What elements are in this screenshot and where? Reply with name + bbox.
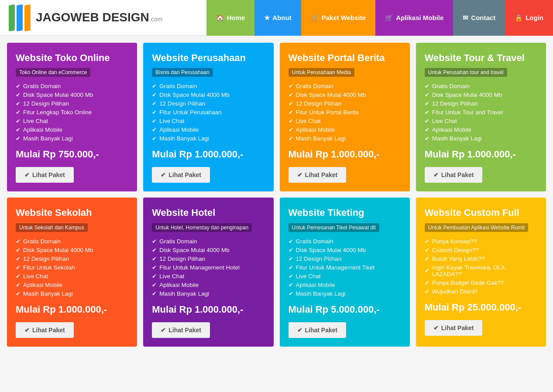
card-badge-toko-online: Toko Online dan eCommerce bbox=[16, 68, 90, 77]
feature-item: Masih Banyak Lagi bbox=[16, 135, 128, 142]
logo-area: JAGOWEB DESIGN.com bbox=[0, 5, 206, 31]
card-title-perusahaan: Website Perusahaan bbox=[152, 52, 264, 64]
feature-item: Gratis Domain bbox=[289, 238, 401, 245]
nav-login[interactable]: 🔒 Login bbox=[505, 0, 553, 36]
feature-item: Gratis Domain bbox=[16, 83, 128, 89]
btn-label: Lihat Paket bbox=[441, 324, 474, 331]
feature-item: Fitur Lengkap Toko Online bbox=[16, 109, 128, 116]
logo-com: .com bbox=[149, 16, 162, 23]
card-features-sekolah: Gratis Domain Disk Space Mulai 4000 Mb 1… bbox=[16, 238, 128, 297]
nav-about[interactable]: ★ About bbox=[254, 0, 301, 36]
feature-item: 12 Design Pilihan bbox=[152, 256, 264, 262]
card-btn-custom-full[interactable]: ✔ Lihat Paket bbox=[425, 320, 483, 336]
feature-item: Aplikasi Mobile bbox=[152, 126, 264, 133]
feature-item: Gratis Domain bbox=[152, 83, 264, 89]
card-btn-toko-online[interactable]: ✔ Lihat Paket bbox=[16, 167, 74, 183]
card-badge-sekolah: Untuk Sekolah dan Kampus bbox=[16, 223, 88, 232]
feature-item: Gratis Domain bbox=[16, 238, 128, 245]
feature-item: Ingin Kayak Traveloka, OLX, LAZADA?? bbox=[425, 264, 537, 277]
card-btn-tiketing[interactable]: ✔ Lihat Paket bbox=[289, 322, 347, 338]
feature-item: Custom Design?? bbox=[425, 247, 537, 253]
card-title-hotel: Website Hotel bbox=[152, 207, 264, 218]
card-features-custom-full: Punya Konsep?? Custom Design?? Butuh Yan… bbox=[425, 238, 537, 295]
card-title-tiketing: Website Tiketing bbox=[289, 207, 401, 218]
nav-home[interactable]: 🏠 Home bbox=[206, 0, 255, 36]
card-perusahaan: Website Perusahaan Bisnis dan Perusahaan… bbox=[143, 43, 273, 191]
nav-paket-label: Paket Website bbox=[322, 14, 366, 21]
feature-item: Aplikasi Mobile bbox=[152, 282, 264, 288]
stripe-blue bbox=[17, 4, 23, 31]
cart-icon-paket: 🛒 bbox=[311, 14, 319, 22]
card-badge-tour-travel: Untuk Perusahan tour and travel bbox=[425, 68, 507, 77]
feature-item: 12 Design Pilihan bbox=[16, 256, 128, 262]
feature-item: Gratis Domain bbox=[425, 83, 537, 89]
feature-item: Live Chat bbox=[16, 118, 128, 124]
nav-home-label: Home bbox=[227, 14, 245, 21]
feature-item: Disk Space Mulai 4000 Mb bbox=[425, 92, 537, 98]
card-btn-perusahaan[interactable]: ✔ Lihat Paket bbox=[152, 167, 210, 183]
card-btn-portal-berita[interactable]: ✔ Lihat Paket bbox=[289, 167, 347, 183]
feature-item: Live Chat bbox=[289, 273, 401, 280]
card-btn-hotel[interactable]: ✔ Lihat Paket bbox=[152, 322, 210, 338]
check-icon: ✔ bbox=[297, 171, 302, 178]
check-icon: ✔ bbox=[433, 324, 439, 331]
feature-item: Fitur Untuk Management Tiket bbox=[289, 264, 401, 271]
card-price-portal-berita: Mulai Rp 1.000.000,- bbox=[289, 149, 401, 160]
nav-paket[interactable]: 🛒 Paket Website bbox=[301, 0, 375, 36]
feature-item: Fitur Untuk Sekolah bbox=[16, 264, 128, 271]
feature-item: 12 Design Pilihan bbox=[152, 100, 264, 107]
feature-item: Masih Banyak Lagi bbox=[16, 290, 128, 297]
stripe-orange bbox=[24, 4, 31, 31]
logo-name: JAGOWEB DESIGN bbox=[36, 10, 149, 24]
feature-item: Aplikasi Mobile bbox=[16, 282, 128, 288]
feature-item: 12 Design Pilihan bbox=[289, 100, 401, 107]
feature-item: Live Chat bbox=[152, 273, 264, 280]
feature-item: Aplikasi Mobile bbox=[289, 126, 401, 133]
card-toko-online: Website Toko Online Toko Online dan eCom… bbox=[7, 43, 137, 191]
card-features-tour-travel: Gratis Domain Disk Space Mulai 4000 Mb 1… bbox=[425, 83, 537, 142]
card-features-perusahaan: Gratis Domain Disk Space Mulai 4000 Mb 1… bbox=[152, 83, 264, 142]
card-btn-sekolah[interactable]: ✔ Lihat Paket bbox=[16, 322, 74, 338]
card-sekolah: Website Sekolah Untuk Sekolah dan Kampus… bbox=[7, 198, 137, 346]
feature-item: Punya Budget Gede Gak?? bbox=[425, 280, 537, 286]
nav-mobile[interactable]: 🛒 Aplikasi Mobile bbox=[375, 0, 453, 36]
home-icon: 🏠 bbox=[216, 14, 224, 22]
feature-item: Aplikasi Mobile bbox=[425, 126, 537, 133]
feature-item: Live Chat bbox=[16, 273, 128, 280]
card-features-tiketing: Gratis Domain Disk Space Mulai 4000 Mb 1… bbox=[289, 238, 401, 297]
check-icon: ✔ bbox=[161, 171, 166, 178]
feature-item: Masih Banyak Lagi bbox=[425, 135, 537, 142]
card-btn-tour-travel[interactable]: ✔ Lihat Paket bbox=[425, 167, 483, 183]
feature-item: Disk Space Mulai 4000 Mb bbox=[152, 247, 264, 253]
main-nav: 🏠 Home ★ About 🛒 Paket Website 🛒 Aplikas… bbox=[206, 0, 553, 36]
card-title-portal-berita: Website Portal Berita bbox=[289, 52, 401, 64]
card-price-custom-full: Mulai Rp 25.000.000,- bbox=[425, 302, 537, 313]
card-hotel: Website Hotel Untuk Hotel, Homestay dan … bbox=[143, 198, 273, 346]
btn-label: Lihat Paket bbox=[305, 327, 338, 334]
feature-item: Disk Space Mulai 4000 Mb bbox=[16, 247, 128, 253]
check-icon: ✔ bbox=[24, 327, 30, 334]
card-badge-hotel: Untuk Hotel, Homestay dan penginapan bbox=[152, 223, 252, 232]
card-features-toko-online: Gratis Domain Disk Space Mulai 4000 Mb 1… bbox=[16, 83, 128, 142]
logo-text: JAGOWEB DESIGN.com bbox=[36, 11, 162, 24]
card-price-hotel: Mulai Rp 1.000.000,- bbox=[152, 304, 264, 315]
card-price-perusahaan: Mulai Rp 1.000.000,- bbox=[152, 149, 264, 160]
check-icon: ✔ bbox=[297, 327, 302, 334]
check-icon: ✔ bbox=[24, 171, 30, 178]
feature-item: Live Chat bbox=[152, 118, 264, 124]
logo-stripes bbox=[9, 5, 31, 31]
card-custom-full: Website Custom Full Untuk Pembuatan Apli… bbox=[416, 198, 546, 346]
btn-label: Lihat Paket bbox=[168, 171, 201, 178]
card-badge-tiketing: Untuk Pemesanan Tiket Pesawat dll bbox=[289, 223, 379, 232]
feature-item: Masih Banyak Lagi bbox=[289, 290, 401, 297]
nav-contact[interactable]: ✉ Contact bbox=[453, 0, 505, 36]
card-features-portal-berita: Gratis Domain Disk Space Mulai 4000 Mb 1… bbox=[289, 83, 401, 142]
card-price-tour-travel: Mulai Rp 1.000.000,- bbox=[425, 149, 537, 160]
mail-icon: ✉ bbox=[463, 14, 468, 22]
card-portal-berita: Website Portal Berita Untuk Perusahaan M… bbox=[280, 43, 410, 191]
check-icon: ✔ bbox=[433, 171, 439, 178]
feature-item: 12 Design Pilihan bbox=[16, 100, 128, 107]
star-icon: ★ bbox=[264, 14, 270, 22]
nav-about-label: About bbox=[272, 14, 291, 21]
feature-item: Fitur Untuk Management Hotel bbox=[152, 264, 264, 271]
